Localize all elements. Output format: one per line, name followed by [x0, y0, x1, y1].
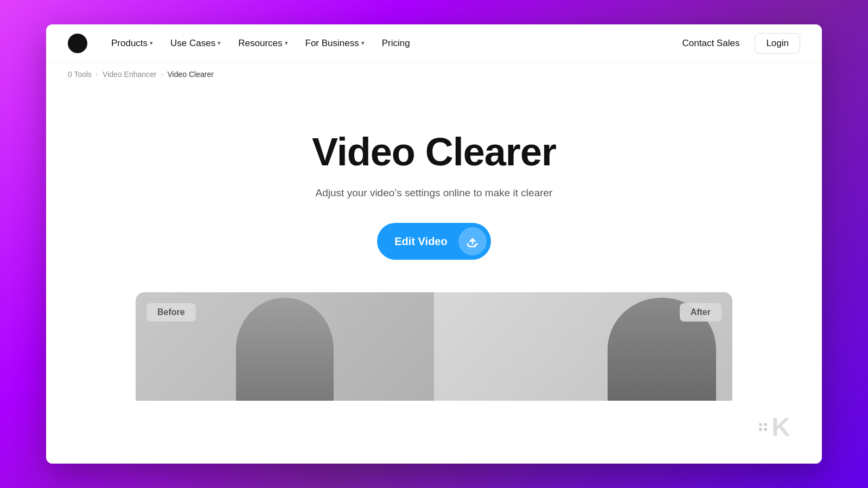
before-after-preview: Before After: [136, 292, 732, 401]
nav-label-for-business: For Business: [305, 38, 359, 49]
breadcrumb-separator-2: ›: [161, 70, 163, 78]
dot-4: [764, 428, 767, 431]
dot-2: [764, 423, 767, 426]
chevron-down-icon: ▾: [361, 40, 365, 47]
after-label: After: [680, 303, 722, 322]
edit-video-button[interactable]: Edit Video: [377, 223, 490, 260]
main-content: Video Clearer Adjust your video’s settin…: [46, 86, 822, 464]
browser-window: Products ▾ Use Cases ▾ Resources ▾ For B…: [46, 24, 822, 464]
chevron-down-icon: ▾: [285, 40, 288, 47]
breadcrumb-item-tools[interactable]: 0 Tools: [68, 70, 92, 79]
nav-item-for-business[interactable]: For Business ▾: [299, 34, 371, 53]
page-title: Video Clearer: [312, 130, 556, 174]
page-subtitle: Adjust your video’s settings online to m…: [316, 187, 553, 199]
logo[interactable]: [68, 34, 87, 53]
breadcrumb-item-video-enhancer[interactable]: Video Enhancer: [103, 70, 156, 79]
contact-sales-link[interactable]: Contact Sales: [676, 34, 746, 53]
breadcrumb-item-video-clearer: Video Clearer: [167, 70, 213, 79]
edit-video-label: Edit Video: [394, 235, 447, 248]
upload-icon: [465, 234, 480, 248]
nav-links: Products ▾ Use Cases ▾ Resources ▾ For B…: [105, 34, 676, 53]
breadcrumb: 0 Tools › Video Enhancer › Video Clearer: [46, 62, 822, 86]
nav-item-resources[interactable]: Resources ▾: [232, 34, 294, 53]
upload-icon-circle: [458, 227, 487, 255]
nav-label-pricing: Pricing: [382, 38, 410, 49]
brand-letter: K: [771, 412, 789, 442]
navbar: Products ▾ Use Cases ▾ Resources ▾ For B…: [46, 24, 822, 62]
chevron-down-icon: ▾: [218, 40, 221, 47]
before-label: Before: [146, 303, 196, 322]
chevron-down-icon: ▾: [150, 40, 153, 47]
nav-item-pricing[interactable]: Pricing: [375, 34, 417, 53]
nav-label-use-cases: Use Cases: [170, 38, 215, 49]
watermark-dots: [759, 423, 767, 431]
nav-item-use-cases[interactable]: Use Cases ▾: [164, 34, 227, 53]
dot-3: [759, 428, 762, 431]
nav-label-resources: Resources: [238, 38, 282, 49]
before-side: Before: [136, 292, 434, 401]
after-side: After: [434, 292, 732, 401]
login-button[interactable]: Login: [755, 33, 800, 54]
nav-item-products[interactable]: Products ▾: [105, 34, 159, 53]
preview-section: Before After K: [46, 292, 822, 464]
brand-watermark: K: [759, 412, 789, 442]
breadcrumb-separator-1: ›: [96, 70, 98, 78]
nav-label-products: Products: [111, 38, 148, 49]
dot-1: [759, 423, 762, 426]
nav-right: Contact Sales Login: [676, 33, 800, 54]
